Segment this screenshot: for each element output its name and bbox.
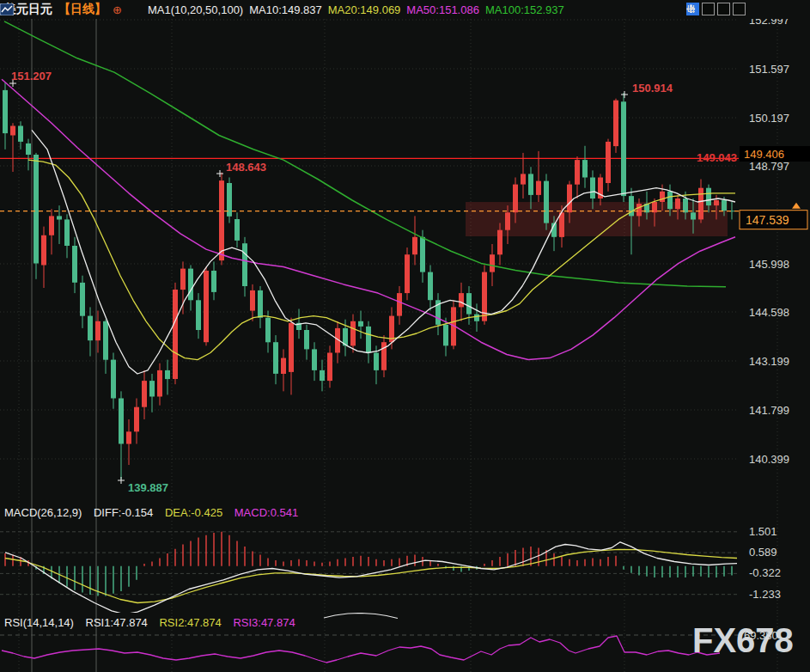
svg-text:150.914: 150.914 (632, 82, 673, 95)
trading-app: { "topbar": { "symbol": "美元日元", "period"… (0, 0, 810, 672)
svg-text:-1.233: -1.233 (749, 588, 781, 601)
indicator-pane-icon[interactable] (717, 3, 730, 15)
ma100-value: MA100:152.937 (485, 3, 564, 16)
rsi-name: RSI(14,14,14) (4, 616, 74, 629)
svg-text:-0.322: -0.322 (749, 566, 781, 579)
rsi-indicator-label: RSI(14,14,14) RSI1:47.874 RSI2:47.874 RS… (4, 616, 304, 629)
svg-text:144.598: 144.598 (749, 306, 789, 319)
macd-diff-value: DIFF:-0.154 (94, 506, 153, 519)
watermark: FX678 (692, 621, 794, 660)
axis-scale-icon[interactable] (702, 3, 715, 15)
macd-dea-value: DEA:-0.425 (165, 506, 222, 519)
svg-text:149.043: 149.043 (697, 151, 737, 164)
ma20-value: MA20:149.069 (328, 3, 401, 16)
target-icon[interactable]: ⊕ (113, 4, 122, 15)
macd-name: MACD(26,12,9) (4, 506, 82, 519)
svg-text:148.797: 148.797 (749, 160, 789, 173)
chart-tools (686, 3, 746, 15)
svg-text:0.589: 0.589 (749, 546, 777, 559)
svg-text:150.197: 150.197 (749, 112, 789, 125)
rsi3-value: RSI3:47.874 (233, 616, 295, 629)
svg-text:151.597: 151.597 (749, 63, 789, 76)
svg-text:145.998: 145.998 (749, 258, 789, 271)
svg-text:147.539: 147.539 (746, 213, 789, 227)
macd-panel[interactable]: 1.5010.589-0.322-1.233 (0, 504, 810, 613)
svg-text:148.643: 148.643 (226, 161, 266, 174)
svg-text:152.997: 152.997 (749, 19, 789, 27)
chart-type-icon[interactable] (128, 3, 142, 15)
svg-text:139.887: 139.887 (128, 481, 168, 494)
svg-text:151.207: 151.207 (11, 70, 52, 82)
candlestick-chart[interactable]: 152.997151.597150.197148.797145.998144.5… (0, 19, 810, 504)
timeframe-selector[interactable]: 【日线】 (58, 2, 107, 17)
macd-value: MACD:0.541 (234, 506, 298, 519)
svg-text:143.199: 143.199 (749, 355, 789, 368)
rsi1-value: RSI1:47.874 (86, 616, 148, 629)
pan-right-icon[interactable] (733, 3, 746, 15)
ma-settings-label: MA1(10,20,50,100) (148, 3, 243, 16)
svg-text:1.501: 1.501 (749, 525, 777, 538)
ma10-value: MA10:149.837 (249, 3, 322, 16)
rsi2-value: RSI2:47.874 (159, 616, 221, 629)
svg-text:141.799: 141.799 (749, 404, 789, 417)
ma50-value: MA50:151.086 (406, 3, 479, 16)
svg-text:149.406: 149.406 (744, 148, 784, 161)
macd-indicator-label: MACD(26,12,9) DIFF:-0.154 DEA:-0.425 MAC… (4, 506, 307, 519)
svg-text:140.399: 140.399 (749, 453, 789, 466)
